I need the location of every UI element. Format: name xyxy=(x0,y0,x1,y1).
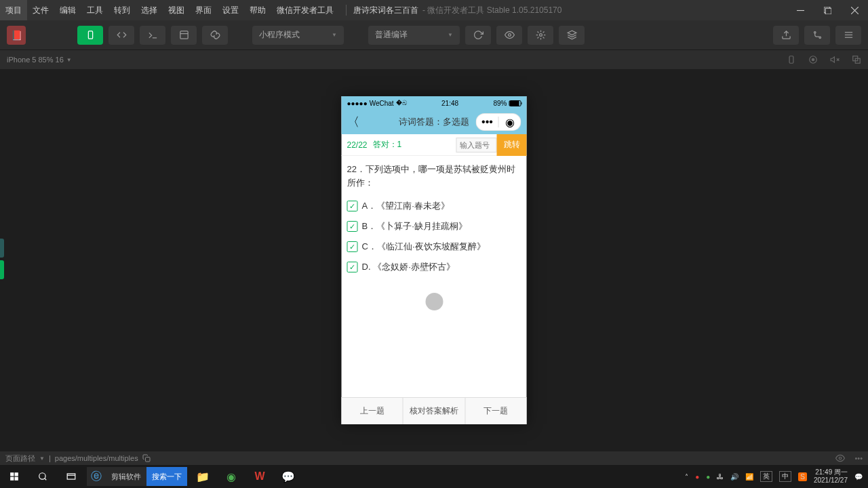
compile-button[interactable] xyxy=(465,26,491,45)
svg-point-26 xyxy=(840,457,842,460)
compile-dropdown[interactable]: 普通编译▼ xyxy=(368,26,460,45)
network-icon[interactable]: 🖧 xyxy=(717,473,724,481)
tray-icon[interactable]: ● xyxy=(706,473,710,481)
wps-icon[interactable]: W xyxy=(245,465,274,488)
svg-point-12 xyxy=(814,32,816,34)
status-bar: ●●●●● WeChat �බ 21:48 89% xyxy=(342,96,527,110)
check-icon: ✓ xyxy=(347,201,358,211)
version-button[interactable] xyxy=(804,26,830,45)
explorer-icon[interactable]: 📁 xyxy=(189,465,217,488)
svg-rect-2 xyxy=(825,8,831,14)
simulator-toggle[interactable] xyxy=(77,26,103,45)
jump-button[interactable]: 跳转 xyxy=(497,134,527,156)
copy-icon[interactable] xyxy=(142,454,151,462)
chevron-down-icon: ▼ xyxy=(448,32,453,38)
ime-label[interactable]: 英 xyxy=(760,471,772,482)
debugger-toggle[interactable] xyxy=(140,26,165,45)
menu-view[interactable]: 视图 xyxy=(163,0,190,20)
battery-icon xyxy=(509,100,521,106)
svg-marker-20 xyxy=(831,57,834,62)
menu-goto[interactable]: 转到 xyxy=(108,0,136,20)
choice-b[interactable]: ✓ B．《卜算子·缺月挂疏桐》 xyxy=(342,216,527,237)
toolbar: 📕 小程序模式▼ 普通编译▼ xyxy=(0,20,868,50)
maximize-button[interactable] xyxy=(814,0,841,20)
menu-devtools[interactable]: 微信开发者工具 xyxy=(271,0,339,20)
svg-rect-25 xyxy=(145,458,150,462)
back-button[interactable]: 〈 xyxy=(347,114,359,130)
bottom-nav: 上一题 核对答案解析 下一题 xyxy=(342,397,527,424)
svg-point-13 xyxy=(819,37,821,39)
ime-label[interactable]: 中 xyxy=(779,471,791,482)
capsule-close-button[interactable]: ◉ xyxy=(499,116,521,129)
signal-icon: ●●●●● xyxy=(347,100,368,107)
clock[interactable]: 21:49 周一 2021/12/27 xyxy=(814,468,848,485)
menu-select[interactable]: 选择 xyxy=(136,0,163,20)
remote-debug-button[interactable] xyxy=(528,26,553,45)
title-bar: 项目 文件 编辑 工具 转到 选择 视图 界面 设置 帮助 微信开发者工具 唐诗… xyxy=(0,0,868,20)
browser-icon[interactable]: ◉ xyxy=(217,465,245,488)
menu-settings[interactable]: 设置 xyxy=(217,0,244,20)
svg-point-31 xyxy=(39,473,45,479)
start-button[interactable] xyxy=(0,465,28,488)
record-icon[interactable] xyxy=(808,55,818,64)
menu-file[interactable]: 文件 xyxy=(27,0,54,20)
menu-tools[interactable]: 工具 xyxy=(81,0,108,20)
choice-c[interactable]: ✓ C．《临江仙·夜饮东坡醒复醉》 xyxy=(342,237,527,257)
check-answer-button[interactable]: 核对答案解析 xyxy=(403,398,465,424)
search-button[interactable] xyxy=(28,465,57,488)
tray-expand-icon[interactable]: ˄ xyxy=(685,473,688,481)
page-title: 诗词答题：多选题 xyxy=(399,116,469,128)
wechat-icon[interactable]: 💬 xyxy=(274,465,302,488)
svg-rect-7 xyxy=(180,31,187,39)
svg-rect-30 xyxy=(15,477,18,481)
svg-rect-27 xyxy=(10,472,14,476)
wifi-icon[interactable]: 📶 xyxy=(745,473,753,481)
mode-dropdown[interactable]: 小程序模式▼ xyxy=(252,26,344,45)
carrier-label: WeChat xyxy=(370,100,394,107)
check-icon: ✓ xyxy=(347,262,358,272)
volume-icon[interactable]: 🔊 xyxy=(730,473,738,481)
app-subtitle: - 微信开发者工具 Stable 1.05.2105170 xyxy=(422,5,561,16)
taskbar-search-box[interactable]: ⓔ 剪辑软件 搜索一下 xyxy=(87,467,187,486)
detach-icon[interactable] xyxy=(852,55,861,64)
notifications-icon[interactable]: 💬 xyxy=(854,473,863,481)
task-view-button[interactable] xyxy=(57,465,85,488)
next-button[interactable]: 下一题 xyxy=(465,398,526,424)
page-path: pages/multiples/multiples xyxy=(55,454,138,462)
menu-interface[interactable]: 界面 xyxy=(190,0,217,20)
menu-edit[interactable]: 编辑 xyxy=(54,0,81,20)
menu-help[interactable]: 帮助 xyxy=(244,0,271,20)
phone-icon[interactable] xyxy=(787,55,796,64)
mute-icon[interactable] xyxy=(830,55,840,64)
windows-taskbar: ⓔ 剪辑软件 搜索一下 📁 ◉ W 💬 ˄ ● ● 🖧 🔊 📶 英 中 S 21… xyxy=(0,465,868,488)
eye-icon[interactable] xyxy=(835,453,845,463)
search-go-button[interactable]: 搜索一下 xyxy=(146,467,187,486)
prev-button[interactable]: 上一题 xyxy=(342,398,403,424)
sogou-icon[interactable]: S xyxy=(798,472,807,481)
tray-icon[interactable]: ● xyxy=(695,473,699,481)
project-icon[interactable]: 📕 xyxy=(7,26,26,45)
choice-a[interactable]: ✓ A．《望江南·春未老》 xyxy=(342,196,527,216)
details-button[interactable] xyxy=(835,26,861,45)
capsule-menu-button[interactable]: ••• xyxy=(477,116,498,128)
choice-d[interactable]: ✓ D. 《念奴娇·赤壁怀古》 xyxy=(342,257,527,277)
cloud-toggle[interactable] xyxy=(202,26,228,45)
clear-cache-button[interactable] xyxy=(559,26,585,45)
more-icon[interactable]: ••• xyxy=(854,454,863,462)
chevron-down-icon[interactable]: ▼ xyxy=(39,455,45,462)
check-icon: ✓ xyxy=(347,221,358,232)
menu-project[interactable]: 项目 xyxy=(0,0,27,20)
svg-rect-28 xyxy=(15,472,18,476)
visual-toggle[interactable] xyxy=(171,26,197,45)
upload-button[interactable] xyxy=(773,26,799,45)
nav-bar: 〈 诗词答题：多选题 ••• ◉ xyxy=(342,110,527,134)
search-label: 剪辑软件 xyxy=(106,472,146,482)
minimize-button[interactable] xyxy=(787,0,814,20)
progress-counter: 22/22 xyxy=(342,140,373,150)
preview-button[interactable] xyxy=(496,26,522,45)
device-selector[interactable]: iPhone 5 85% 16▼ xyxy=(7,56,72,64)
close-button[interactable] xyxy=(841,0,868,20)
editor-toggle[interactable] xyxy=(108,26,134,45)
capsule: ••• ◉ xyxy=(476,113,521,131)
question-number-input[interactable] xyxy=(456,138,497,152)
